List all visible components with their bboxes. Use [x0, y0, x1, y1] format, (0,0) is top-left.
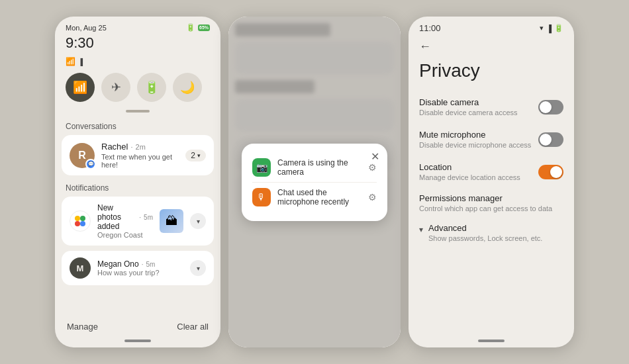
sender-name: Rachel [101, 142, 128, 152]
disable-camera-toggle[interactable] [538, 100, 563, 114]
location-subtitle: Manage device location access [419, 173, 532, 181]
svg-point-3 [80, 221, 85, 226]
tile-wifi[interactable]: 📶 [66, 73, 95, 102]
status-bar: Mon, Aug 25 🔋 65% [55, 17, 220, 34]
battery-icon: 🔋 [144, 80, 159, 95]
camera-settings-gear-icon[interactable]: ⚙ [368, 162, 377, 173]
svg-point-1 [80, 216, 85, 221]
expand-button[interactable]: ▾ [190, 213, 206, 229]
app-badge: 💬 [85, 159, 96, 169]
manage-button[interactable]: Manage [67, 322, 98, 332]
footer: Manage Clear all [55, 316, 220, 337]
avatar: R 💬 [70, 143, 95, 168]
expand-megan-button[interactable]: ▾ [190, 260, 206, 276]
notifications-label: Notifications [55, 181, 220, 197]
location-text: Location Manage device location access [419, 162, 532, 181]
moon-icon: 🌙 [180, 80, 195, 95]
permissions-manager-text: Permissions manager Control which app ca… [419, 193, 552, 212]
clear-all-button[interactable]: Clear all [177, 322, 209, 332]
location-title: Location [419, 162, 532, 172]
p3-time: 11:00 [419, 23, 441, 33]
microphone-indicator-row: 🎙 Chat used the microphone recently ⚙ [252, 182, 377, 212]
home-indicator [124, 340, 151, 342]
camera-app-icon: 📷 [252, 158, 271, 177]
battery-charging-icon: 🔋 [186, 23, 195, 32]
megan-avatar-icon: M [70, 257, 91, 279]
privacy-indicator-popup: ✕ 📷 Camera is using the camera ⚙ 🎙 Chat … [242, 144, 387, 221]
p3-home-indicator [478, 340, 505, 342]
signal-icon: ▐ [78, 58, 83, 66]
status-icons: 🔋 65% [186, 23, 210, 32]
drag-handle [126, 110, 150, 113]
advanced-row[interactable]: ▾ Advanced Show passwords, Lock screen, … [409, 218, 574, 248]
notif-photos-sub: Oregon Coast [97, 231, 153, 239]
notif-photos-time: 5m [144, 214, 153, 221]
battery-status-icon: 🔋 [554, 24, 563, 32]
mute-microphone-text: Mute microphone Disable device microphon… [419, 130, 532, 149]
microphone-indicator-text: Chat used the microphone recently [277, 188, 362, 206]
disable-camera-subtitle: Disable device camera access [419, 109, 532, 116]
chevron-down-icon: ▾ [197, 152, 201, 159]
p3-status-icons: ▾ ▐ 🔋 [540, 24, 563, 32]
location-row: Location Manage device location access [409, 156, 574, 188]
conversation-text: Rachel · 2m Text me when you get here! [101, 142, 179, 169]
date-text: Mon, Aug 25 [66, 24, 107, 32]
unread-count-badge[interactable]: 2 ▾ [185, 150, 206, 161]
tile-dark-mode[interactable]: 🌙 [173, 73, 202, 102]
time-text: 9:30 [55, 34, 220, 57]
mute-microphone-subtitle: Disable device microphone access [419, 141, 532, 149]
wifi-icon: 📶 [66, 57, 75, 66]
notif-megan-text: Megan Ono · 5m How was your trip? [97, 259, 183, 277]
conversation-card[interactable]: R 💬 Rachel · 2m Text me when you get her… [62, 135, 214, 175]
notif-photos-text: New photos added · 5m Oregon Coast [97, 203, 153, 239]
back-button[interactable]: ← [409, 36, 574, 56]
close-button[interactable]: ✕ [371, 150, 379, 163]
location-toggle[interactable] [538, 165, 563, 179]
privacy-settings-panel: 11:00 ▾ ▐ 🔋 ← Privacy Disable camera Dis… [409, 17, 574, 347]
notif-photos-title: New photos added [97, 203, 136, 231]
notification-shade-panel: Mon, Aug 25 🔋 65% 9:30 📶 ▐ 📶 ✈ 🔋 🌙 Conve… [55, 17, 220, 347]
disable-camera-row: Disable camera Disable device camera acc… [409, 91, 574, 123]
svg-point-0 [75, 216, 80, 221]
svg-point-2 [75, 221, 80, 226]
battery-level: 65% [198, 24, 210, 31]
signal-status-icon: ▐ [546, 24, 552, 32]
notif-megan-time: 5m [146, 261, 156, 268]
toggle-knob [540, 101, 552, 113]
airplane-icon: ✈ [111, 80, 121, 95]
disable-camera-text: Disable camera Disable device camera acc… [419, 97, 532, 116]
mic-settings-gear-icon[interactable]: ⚙ [368, 192, 377, 203]
page-title: Privacy [409, 56, 574, 91]
toggle-knob-location [550, 166, 562, 178]
photo-thumbnail: 🏔 [160, 209, 183, 233]
notif-megan-sub: How was your trip? [97, 269, 183, 277]
toggle-knob-mic [540, 134, 552, 146]
permissions-manager-row[interactable]: Permissions manager Control which app ca… [409, 188, 574, 218]
google-photos-icon [70, 210, 91, 232]
advanced-text: Advanced Show passwords, Lock screen, et… [428, 223, 542, 242]
microphone-app-icon: 🎙 [252, 188, 271, 206]
wifi-tile-icon: 📶 [73, 80, 87, 95]
wifi-status-icon: ▾ [540, 24, 544, 32]
disable-camera-title: Disable camera [419, 97, 532, 107]
camera-indicator-row: 📷 Camera is using the camera ⚙ [252, 153, 377, 182]
notif-megan-title: Megan Ono [97, 259, 139, 269]
advanced-subtitle: Show passwords, Lock screen, etc. [428, 234, 542, 242]
p3-status-bar: 11:00 ▾ ▐ 🔋 [409, 17, 574, 36]
permissions-manager-title: Permissions manager [419, 193, 552, 203]
tile-battery[interactable]: 🔋 [137, 73, 166, 102]
camera-indicator-text: Camera is using the camera [277, 158, 362, 177]
advanced-title: Advanced [428, 223, 542, 233]
tile-airplane[interactable]: ✈ [101, 73, 130, 102]
chevron-icon: ▾ [419, 225, 423, 234]
privacy-popup-panel: ✕ 📷 Camera is using the camera ⚙ 🎙 Chat … [228, 17, 401, 347]
mute-microphone-toggle[interactable] [538, 132, 563, 147]
convo-time-ago: 2m [136, 143, 146, 151]
permissions-manager-subtitle: Control which app can get access to data [419, 205, 552, 212]
notification-photos[interactable]: New photos added · 5m Oregon Coast 🏔 ▾ [62, 197, 214, 246]
mute-microphone-title: Mute microphone [419, 130, 532, 140]
mute-microphone-row: Mute microphone Disable device microphon… [409, 123, 574, 156]
convo-time: · [130, 143, 132, 151]
convo-message: Text me when you get here! [101, 153, 179, 169]
notification-megan[interactable]: M Megan Ono · 5m How was your trip? ▾ [62, 251, 214, 285]
